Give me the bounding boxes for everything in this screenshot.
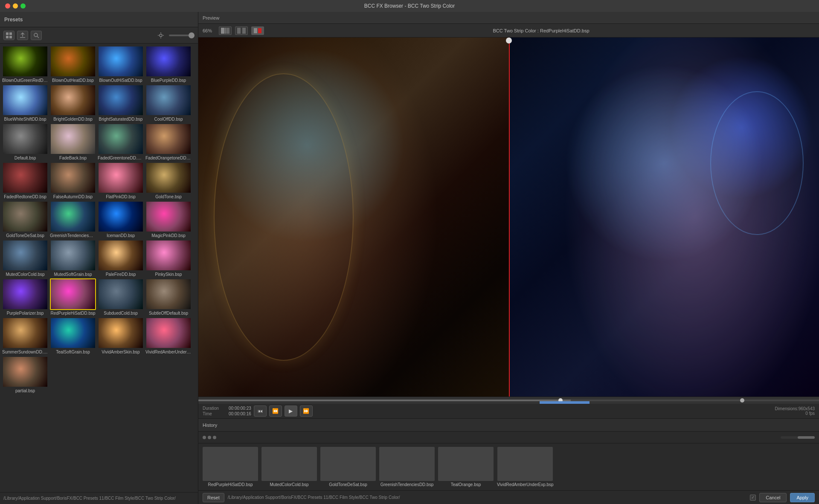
history-item[interactable]: TealOrange.bsp: [438, 447, 494, 487]
cancel-checkbox[interactable]: ✓: [750, 495, 756, 501]
preset-grid: BlownOutGreenRedDD.bspBlownOutHeatDD.bsp…: [0, 43, 198, 492]
preset-item[interactable]: BlownOutHeatDD.bsp: [50, 46, 96, 83]
history-scroll[interactable]: RedPurpleHiSatDD.bspMutedColorCold.bspGo…: [198, 443, 819, 490]
preset-item[interactable]: GoldToneDeSat.bsp: [2, 201, 48, 238]
preset-label: GoldToneDeSat.bsp: [2, 233, 48, 238]
preset-label: MutedColorCold.bsp: [2, 272, 48, 277]
preset-item[interactable]: BlownOutHiSatDD.bsp: [98, 46, 144, 83]
timeline-progress: [198, 400, 571, 401]
settings-icon[interactable]: [155, 31, 166, 40]
minimize-button[interactable]: [13, 3, 18, 9]
history-item-label: MutedColorCold.bsp: [270, 482, 308, 487]
history-item[interactable]: GreenishTendenciesDD.bsp: [379, 447, 435, 487]
play-button[interactable]: ▶: [285, 406, 297, 417]
preset-item[interactable]: TealSoftGrain.bsp: [50, 317, 96, 354]
preset-item[interactable]: IcemanDD.bsp: [98, 201, 144, 238]
history-item[interactable]: GoldToneDeSat.bsp: [320, 447, 376, 487]
svg-rect-16: [254, 28, 257, 33]
preset-label: GoldTone.bsp: [145, 194, 192, 199]
preset-label: GreenishTendenciesDD.bsp: [50, 233, 96, 238]
history-thumb: [261, 447, 317, 481]
preset-item[interactable]: PaleFireDD.bsp: [98, 240, 144, 277]
preset-item[interactable]: BrightSaturatedDD.bsp: [98, 84, 144, 122]
preset-item[interactable]: SubtleOffDefault.bsp: [145, 278, 192, 316]
overlay-view-button[interactable]: [251, 26, 264, 35]
history-item[interactable]: VividRedAmberUnderExp.bsp: [497, 447, 554, 487]
preset-item[interactable]: FadedGreentoneDD.bsp: [98, 123, 144, 160]
presets-toolbar: [0, 27, 198, 43]
preview-right: [509, 38, 819, 397]
close-button[interactable]: [5, 3, 10, 9]
history-thumb: [320, 447, 376, 481]
apply-button[interactable]: Apply: [790, 493, 815, 502]
preset-item[interactable]: MagicPinkDD.bsp: [145, 201, 192, 238]
step-back-button[interactable]: ⏪: [269, 406, 282, 417]
left-panel: Presets BlownOutGreenRedDD.bspBlownOutHe…: [0, 12, 198, 504]
window-title: BCC FX Browser - BCC Two Strip Color: [364, 3, 455, 9]
preset-item[interactable]: GreenishTendenciesDD.bsp: [50, 201, 96, 238]
timeline-marker[interactable]: [740, 398, 744, 403]
time-row: Time 00:00:00:16: [203, 411, 251, 416]
preset-label: SubduedCold.bsp: [98, 311, 144, 316]
history-dot-1: [203, 436, 206, 439]
preset-item[interactable]: RedPurpleHiSatDD.bsp: [50, 278, 96, 316]
preset-item[interactable]: MutedSoftGrain.bsp: [50, 240, 96, 277]
preset-item[interactable]: FadeBack.bsp: [50, 123, 96, 160]
preset-label: MutedSoftGrain.bsp: [50, 272, 96, 277]
traffic-lights: [5, 3, 26, 9]
size-slider[interactable]: [169, 35, 195, 36]
reset-button[interactable]: Reset: [203, 493, 224, 502]
preset-item[interactable]: BlueWhiteShiftDD.bsp: [2, 84, 48, 122]
timeline-bar[interactable]: [198, 397, 819, 404]
preset-item[interactable]: Default.bsp: [2, 123, 48, 160]
svg-rect-15: [242, 28, 246, 34]
preset-item[interactable]: BrightGoldenDD.bsp: [50, 84, 96, 122]
preset-item[interactable]: VividAmberSkin.bsp: [98, 317, 144, 354]
time-label: Time: [203, 411, 226, 416]
preset-item[interactable]: VividRedAmberUnderExp.bsp: [145, 317, 192, 354]
preset-item[interactable]: BluePurpleDD.bsp: [145, 46, 192, 83]
upload-button[interactable]: [17, 31, 28, 40]
split-view-button[interactable]: [219, 26, 232, 35]
preset-item[interactable]: FalseAutumnDD.bsp: [50, 162, 96, 199]
preset-item[interactable]: CoolOffDD.bsp: [145, 84, 192, 122]
history-scrollbar[interactable]: [781, 436, 815, 439]
history-item[interactable]: RedPurpleHiSatDD.bsp: [203, 447, 258, 487]
svg-rect-12: [226, 28, 229, 34]
preset-label: CoolOffDD.bsp: [145, 117, 192, 122]
history-toolbar: [198, 432, 819, 443]
preset-item[interactable]: FlatPinkDD.bsp: [98, 162, 144, 199]
preset-label: VividAmberSkin.bsp: [98, 350, 144, 354]
preset-item[interactable]: PinkySkin.bsp: [145, 240, 192, 277]
preset-label: SummerSundownDD.bsp: [2, 350, 48, 354]
zoom-level: 66%: [203, 28, 215, 33]
active-preset-name: BCC Two Strip Color : RedPurpleHiSatDD.b…: [267, 28, 815, 33]
split-handle[interactable]: [506, 38, 512, 43]
preset-item[interactable]: GoldTone.bsp: [145, 162, 192, 199]
preset-item[interactable]: FadedRedtoneDD.bsp: [2, 162, 48, 199]
preset-item[interactable]: BlownOutGreenRedDD.bsp: [2, 46, 48, 83]
preset-item[interactable]: SubduedCold.bsp: [98, 278, 144, 316]
grid-view-button[interactable]: [3, 31, 15, 40]
preset-label: BlownOutGreenRedDD.bsp: [2, 78, 48, 83]
preview-toolbar: 66% BCC Two Strip Color : RedPurpleHiSat…: [198, 24, 819, 38]
history-item[interactable]: MutedColorCold.bsp: [261, 447, 317, 487]
preset-item[interactable]: partial.bsp: [2, 356, 48, 393]
search-button[interactable]: [31, 31, 42, 40]
go-start-button[interactable]: ⏮: [254, 406, 267, 417]
preset-item[interactable]: SummerSundownDD.bsp: [2, 317, 48, 354]
preset-item[interactable]: MutedColorCold.bsp: [2, 240, 48, 277]
transport-controls: Duration 00:00:00:23 Time 00:00:00:16 ⏮ …: [198, 404, 819, 418]
duration-label: Duration: [203, 406, 226, 411]
fps-text: 0 fps: [775, 411, 815, 416]
status-bar: /Library/Application Support/BorisFX/BCC…: [0, 492, 198, 504]
side-by-side-button[interactable]: [235, 26, 248, 35]
preset-item[interactable]: PurplePolarizer.bsp: [2, 278, 48, 316]
preset-label: SubtleOffDefault.bsp: [145, 311, 192, 316]
cancel-button[interactable]: Cancel: [759, 493, 787, 502]
split-line: [509, 38, 510, 397]
step-forward-button[interactable]: ⏩: [300, 406, 313, 417]
preset-item[interactable]: FadedOrangetoneDD.bsp: [145, 123, 192, 160]
maximize-button[interactable]: [20, 3, 26, 9]
playback-area: Duration 00:00:00:23 Time 00:00:00:16 ⏮ …: [198, 397, 819, 418]
